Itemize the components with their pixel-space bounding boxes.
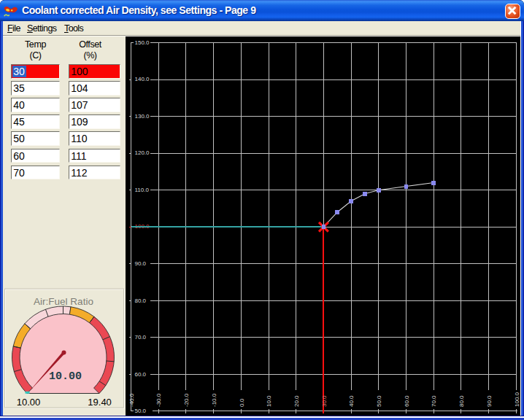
svg-text:10.00: 10.00 bbox=[17, 397, 41, 408]
svg-text:Air:Fuel Ratio: Air:Fuel Ratio bbox=[34, 296, 93, 307]
svg-text:19.40: 19.40 bbox=[88, 397, 112, 408]
svg-text:10.00: 10.00 bbox=[49, 370, 82, 383]
